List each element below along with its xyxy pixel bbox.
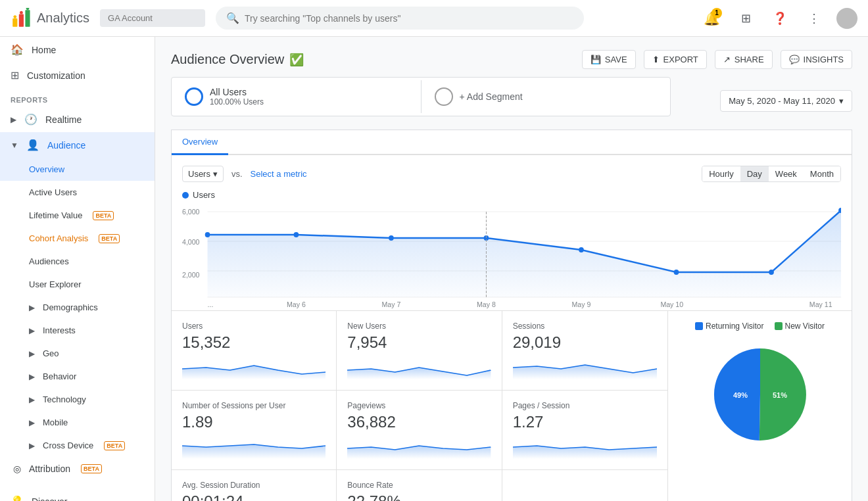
notification-button[interactable]: 🔔 1 [700,7,723,30]
sidebar-sub-mobile[interactable]: ▶ Mobile [0,411,155,434]
new-visitor-label: New Visitor [785,322,825,331]
svg-point-19 [674,270,679,275]
segment-1[interactable]: All Users 100.00% Users [172,78,421,116]
svg-point-5 [26,8,30,10]
avatar[interactable] [836,8,857,29]
stat-pages-per-session-label: Pages / Session [513,401,657,410]
svg-point-4 [20,11,23,14]
main-layout: 🏠 Home ⊞ Customization REPORTS ▶ 🕐 Realt… [0,37,868,501]
segment-date-row: All Users 100.00% Users + Add Segment Ma… [171,77,852,124]
period-hourly[interactable]: Hourly [702,166,740,181]
segment-2[interactable]: + Add Segment [422,78,671,115]
stat-sessions-chart [513,356,657,379]
segment-1-sub: 100.00% Users [210,97,264,107]
segment-row: All Users 100.00% Users + Add Segment [171,77,671,116]
main-card: Overview Users ▾ vs. Select a metric Hou… [171,130,852,501]
sidebar-sub-cross-device[interactable]: ▶ Cross Device BETA [0,434,155,457]
sidebar-technology-label: Technology [43,394,86,404]
sidebar-sub-overview[interactable]: Overview [0,158,155,181]
svg-point-18 [579,247,584,252]
account-selector[interactable] [100,9,205,27]
search-bar[interactable]: 🔍 [216,7,584,30]
select-metric-link[interactable]: Select a metric [251,169,307,179]
stats-grid-container: Users 15,352 [172,311,667,501]
sidebar-cross-device-label: Cross Device [43,441,93,450]
stat-avg-session-label: Avg. Session Duration [182,481,326,490]
sidebar-sub-active-users[interactable]: Active Users [0,181,155,204]
stat-new-users-value: 7,954 [347,333,491,352]
svg-text:May 9: May 9 [572,300,591,308]
sidebar-overview-label: Overview [29,164,64,174]
segment-1-icon [185,87,203,106]
svg-text:May 8: May 8 [477,300,496,308]
sidebar-sub-lifetime-value[interactable]: Lifetime Value BETA [0,204,155,227]
stat-avg-session: Avg. Session Duration 00:01:24 [172,470,337,501]
mobile-expand-icon: ▶ [29,418,35,427]
sidebar-item-discover[interactable]: 💡 Discover [0,489,155,501]
stat-users: Users 15,352 [172,311,337,391]
svg-text:May 10: May 10 [660,300,683,308]
help-icon[interactable]: ❓ [768,7,792,30]
sidebar-sub-user-explorer[interactable]: User Explorer [0,273,155,296]
svg-text:May 7: May 7 [381,300,400,308]
sidebar-realtime-label: Realtime [45,114,82,125]
grid-icon[interactable]: ⊞ [734,7,758,30]
period-day[interactable]: Day [740,166,769,181]
search-input[interactable] [245,13,573,24]
period-week[interactable]: Week [769,166,804,181]
stat-sessions-per-user: Number of Sessions per User 1.89 [172,391,337,470]
sidebar-audience-label: Audience [47,140,85,151]
date-range-label: May 5, 2020 - May 11, 2020 [729,96,835,106]
users-legend-dot [182,192,189,199]
export-button[interactable]: ⬆ EXPORT [644,50,707,69]
stats-pie-row: Users 15,352 [172,310,852,501]
svg-rect-0 [12,18,17,27]
metric-selector[interactable]: Users ▾ [182,166,224,182]
sidebar-item-audience[interactable]: ▼ 👤 Audience [0,132,155,158]
stats-grid: Users 15,352 [172,311,667,501]
sidebar-sub-cohort-analysis[interactable]: Cohort Analysis BETA [0,227,155,250]
sidebar-item-home[interactable]: 🏠 Home [0,37,155,62]
line-chart: 6,000 4,000 2,000 [182,205,841,310]
chart-wrapper: 6,000 4,000 2,000 [182,205,841,310]
date-range-picker[interactable]: May 5, 2020 - May 11, 2020 ▾ [720,90,852,112]
sidebar-sub-audiences[interactable]: Audiences [0,250,155,273]
vs-label: vs. [231,169,243,179]
sidebar-item-realtime[interactable]: ▶ 🕐 Realtime [0,107,155,132]
pie-returning-pct: 49% [733,391,747,399]
stat-pageviews-label: Pageviews [347,401,491,410]
sidebar-item-customization[interactable]: ⊞ Customization [0,62,155,88]
stat-users-label: Users [182,322,326,331]
sidebar-sub-behavior[interactable]: ▶ Behavior [0,365,155,388]
more-options-icon[interactable]: ⋮ [802,7,826,30]
app-title: Analytics [37,11,89,26]
period-buttons: Hourly Day Week Month [702,166,841,182]
sidebar-audiences-label: Audiences [29,256,69,266]
svg-point-3 [13,15,16,18]
attribution-beta-badge: BETA [81,464,102,473]
add-segment-label: + Add Segment [460,91,523,102]
sidebar-discover-label: Discover [32,496,67,502]
stat-pages-per-session-value: 1.27 [513,413,657,431]
sidebar-sub-demographics[interactable]: ▶ Demographics [0,296,155,319]
share-button[interactable]: ↗ SHARE [715,50,773,69]
segment-1-name: All Users [210,87,264,97]
sidebar-item-attribution[interactable]: ◎ Attribution BETA [0,457,155,481]
sidebar-home-label: Home [32,45,56,55]
geo-expand-icon: ▶ [29,349,35,358]
sidebar-sub-technology[interactable]: ▶ Technology [0,388,155,411]
audience-expand-icon: ▼ [11,141,18,150]
tab-overview[interactable]: Overview [172,130,228,155]
period-month[interactable]: Month [804,166,840,181]
stat-sessions-label: Sessions [513,322,657,331]
insights-button[interactable]: 💬 INSIGHTS [781,50,852,69]
segment-1-info: All Users 100.00% Users [210,87,264,107]
sidebar-sub-geo[interactable]: ▶ Geo [0,342,155,365]
sidebar-demographics-label: Demographics [43,302,98,312]
save-button[interactable]: 💾 SAVE [582,50,636,69]
sidebar-sub-interests[interactable]: ▶ Interests [0,319,155,342]
page-header-row: Audience Overview ✅ 💾 SAVE ⬆ EXPORT ↗ SH… [171,50,852,69]
lifetime-value-beta-badge: BETA [93,211,114,220]
technology-expand-icon: ▶ [29,395,35,404]
returning-visitor-legend: Returning Visitor [695,322,764,331]
